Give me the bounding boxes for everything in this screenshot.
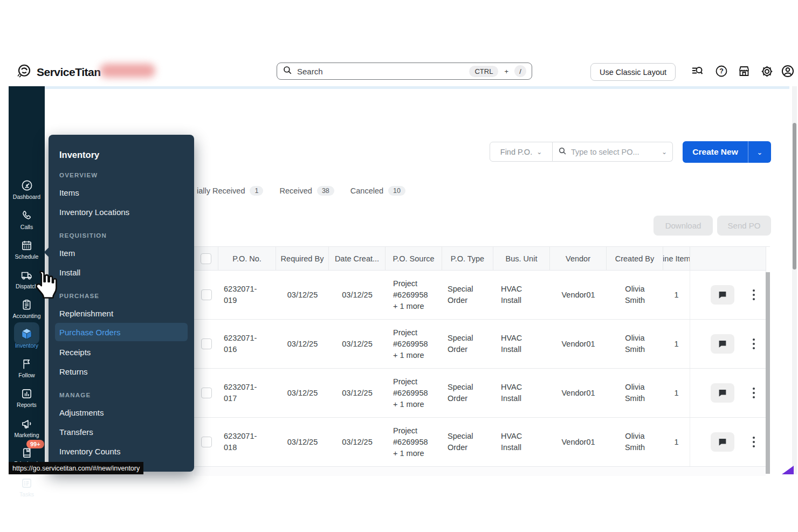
chevron-down-icon: ⌄ — [662, 148, 667, 156]
flyout-title: Inventory — [59, 149, 99, 161]
line-items-cell: 1 — [663, 369, 690, 417]
created-by-cell: OliviaSmith — [607, 271, 663, 319]
row-actions — [690, 418, 766, 466]
flyout-item-inventory-counts[interactable]: Inventory Counts — [59, 445, 120, 457]
select-all-checkbox[interactable] — [201, 253, 211, 264]
row-menu-button[interactable] — [753, 388, 755, 398]
po-number-link[interactable]: 6232071-016 — [218, 320, 276, 368]
flyout-item-item[interactable]: Item — [59, 247, 75, 259]
redacted-account-name — [100, 64, 155, 78]
sidebar-item-calls[interactable]: Calls — [9, 210, 45, 230]
flyout-section-requisition: REQUISITION — [59, 230, 107, 241]
table-row: 6232071-017 03/12/25 03/12/25 Project#62… — [194, 369, 766, 418]
comments-button[interactable] — [711, 334, 734, 354]
comments-button[interactable] — [711, 383, 734, 403]
shortcut-slash-key: / — [514, 65, 526, 77]
row-menu-button[interactable] — [753, 289, 755, 300]
table-row: 6232071-016 03/12/25 03/12/25 Project#62… — [194, 320, 766, 369]
table-scrollbar-thumb[interactable] — [766, 272, 770, 474]
search-icon — [558, 147, 567, 157]
tab-count-badge: 38 — [317, 186, 334, 196]
flyout-item-transfers[interactable]: Transfers — [59, 426, 93, 438]
bus-unit-cell: HVACInstall — [493, 369, 550, 417]
po-source-link[interactable]: Project#6269958+ 1 more — [386, 271, 442, 319]
row-checkbox[interactable] — [201, 437, 212, 447]
flyout-item-items[interactable]: Items — [59, 186, 79, 198]
inventory-cube-icon — [20, 327, 33, 341]
col-bus-unit[interactable]: Bus. Unit — [493, 247, 550, 270]
po-source-link[interactable]: Project#6269958+ 1 more — [386, 369, 442, 417]
col-po-no[interactable]: P.O. No. — [218, 247, 276, 270]
global-search-input[interactable]: Search CTRL + / — [277, 63, 532, 80]
tab-count-badge: 1 — [250, 186, 263, 196]
po-type-cell: SpecialOrder — [442, 418, 493, 466]
po-number-link[interactable]: 6232071-017 — [218, 369, 276, 417]
sidebar-item-inventory[interactable]: Inventory — [9, 327, 45, 349]
comments-button[interactable] — [711, 432, 734, 452]
sidebar-item-tasks[interactable]: Tasks — [9, 477, 45, 498]
row-actions — [690, 271, 766, 319]
find-po-dropdown[interactable]: Find P.O. ⌄ — [490, 142, 553, 162]
table-header: P.O. No. Required By Date Creat... P.O. … — [194, 246, 770, 271]
link-preview-tooltip: https://go.servicetitan.com/#/new/invent… — [9, 462, 143, 474]
po-source-link[interactable]: Project#6269958+ 1 more — [386, 320, 442, 368]
sidebar-item-follow-ups[interactable]: Follow — [9, 358, 45, 378]
status-tabs: ially Received 1 Received 38 Canceled 10 — [197, 183, 405, 198]
col-date-created[interactable]: Date Creat... — [329, 247, 386, 270]
help-icon[interactable]: ? — [714, 64, 728, 78]
flyout-item-purchase-orders-label[interactable]: Purchase Orders — [59, 326, 120, 338]
created-by-cell: OliviaSmith — [607, 418, 663, 466]
flyout-item-install[interactable]: Install — [59, 266, 80, 278]
sidebar-item-schedule[interactable]: Schedule — [9, 239, 45, 260]
tab-count-badge: 10 — [388, 186, 405, 196]
date-created-cell: 03/12/25 — [329, 418, 386, 466]
settings-gear-icon[interactable] — [760, 64, 774, 78]
row-checkbox[interactable] — [201, 289, 212, 300]
date-created-cell: 03/12/25 — [329, 369, 386, 417]
top-header: ServiceTitan Search CTRL + / Use Classic… — [9, 57, 789, 86]
tab-canceled[interactable]: Canceled 10 — [350, 186, 405, 196]
advanced-search-icon[interactable] — [690, 64, 704, 78]
col-po-source[interactable]: P.O. Source — [386, 247, 442, 270]
row-menu-button[interactable] — [753, 437, 755, 447]
tab-received[interactable]: Received 38 — [279, 186, 334, 196]
po-search-select[interactable]: Type to select PO... ⌄ — [553, 142, 673, 162]
col-po-type[interactable]: P.O. Type — [442, 247, 493, 270]
download-button[interactable]: Download — [653, 216, 713, 236]
create-new-dropdown-button[interactable]: ⌄ — [748, 141, 771, 163]
table-row: 6232071-019 03/12/25 03/12/25 Project#62… — [194, 271, 766, 320]
marketplace-icon[interactable] — [737, 64, 751, 78]
use-classic-layout-button[interactable]: Use Classic Layout — [590, 63, 676, 81]
tab-partially-received[interactable]: ially Received 1 — [197, 186, 263, 196]
chevron-down-icon: ⌄ — [536, 148, 542, 156]
po-number-link[interactable]: 6232071-019 — [218, 271, 276, 319]
po-number-link[interactable]: 6232071-018 — [218, 418, 276, 466]
vendor-cell: Vendor01 — [550, 320, 607, 368]
line-items-cell: 1 — [663, 271, 690, 319]
flyout-item-adjustments[interactable]: Adjustments — [59, 406, 104, 418]
col-required-by[interactable]: Required By — [276, 247, 329, 270]
po-source-link[interactable]: Project#6269958+ 1 more — [386, 418, 442, 466]
col-created-by[interactable]: Created By — [607, 247, 663, 270]
create-new-button[interactable]: Create New — [683, 141, 748, 163]
flyout-item-replenishment[interactable]: Replenishment — [59, 307, 113, 319]
col-vendor[interactable]: Vendor — [550, 247, 607, 270]
sidebar-item-marketing[interactable]: Marketing — [9, 417, 45, 438]
flyout-item-returns[interactable]: Returns — [59, 365, 88, 377]
account-caret-icon[interactable]: ⌄ — [787, 68, 792, 75]
sidebar-item-reports[interactable]: Reports — [9, 388, 45, 408]
po-type-cell: SpecialOrder — [442, 271, 493, 319]
sidebar-item-dashboard[interactable]: Dashboard — [9, 179, 45, 200]
row-checkbox[interactable] — [201, 338, 212, 349]
flyout-item-inventory-locations[interactable]: Inventory Locations — [59, 206, 129, 218]
row-checkbox[interactable] — [201, 388, 212, 398]
bus-unit-cell: HVACInstall — [493, 320, 550, 368]
page-scrollbar-thumb[interactable] — [793, 123, 796, 270]
send-po-button[interactable]: Send PO — [717, 216, 771, 236]
flyout-item-receipts[interactable]: Receipts — [59, 346, 91, 358]
po-type-cell: SpecialOrder — [442, 369, 493, 417]
comments-button[interactable] — [711, 285, 734, 305]
row-menu-button[interactable] — [753, 338, 755, 349]
brand[interactable]: ServiceTitan — [16, 63, 101, 81]
col-line-items[interactable]: Line Items — [663, 247, 690, 270]
